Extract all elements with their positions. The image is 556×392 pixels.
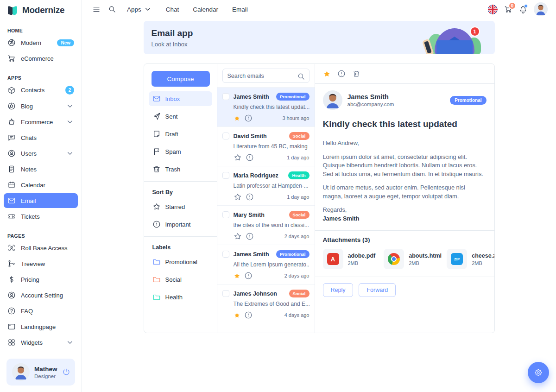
star-icon[interactable] (323, 70, 331, 78)
sidebar-item-faq[interactable]: FAQ (4, 303, 78, 318)
mail-folder-panel: Compose Inbox Sent (144, 64, 217, 333)
folder-draft[interactable]: Draft (149, 126, 212, 141)
language-flag-icon[interactable] (488, 5, 498, 14)
sidebar-item-calendar[interactable]: Calendar (4, 177, 78, 192)
attachment-zip[interactable]: ZIP cheese.zip 2MB (447, 249, 494, 269)
search-icon[interactable] (297, 72, 305, 81)
logout-power-icon[interactable] (62, 368, 70, 376)
mail-list-item[interactable]: David Smith Social Literature from 45 BC… (217, 126, 315, 166)
star-icon[interactable] (234, 312, 240, 319)
star-icon[interactable] (234, 272, 240, 279)
checkbox[interactable] (222, 133, 229, 139)
sender-name: James Smith (234, 251, 272, 258)
search-emails-input[interactable] (222, 69, 310, 83)
checkbox[interactable] (222, 290, 229, 297)
sidebar-item-account-setting[interactable]: Account Setting (4, 288, 78, 303)
star-icon[interactable] (234, 115, 240, 122)
profile-avatar[interactable] (534, 2, 548, 16)
sidebar-item-label: Email (21, 197, 74, 204)
alert-circle-icon[interactable] (337, 70, 346, 78)
app-window-icon (7, 322, 16, 331)
star-icon[interactable] (234, 153, 242, 162)
alert-circle-icon[interactable] (244, 114, 253, 122)
checkbox[interactable] (222, 93, 229, 100)
sidebar-item-contacts[interactable]: Contacts 2 (4, 82, 78, 98)
sidebar-item-modern[interactable]: Modern New (4, 35, 78, 50)
alert-circle-icon[interactable] (246, 153, 254, 162)
attachment-html[interactable]: abouts.html 2MB (384, 249, 438, 269)
alert-circle-icon[interactable] (246, 193, 254, 201)
filter-important[interactable]: Important (149, 217, 212, 232)
mail-list-item[interactable]: Maria Rodriguez Health Latin professor a… (217, 166, 315, 205)
mail-time: 4 days ago (284, 312, 310, 318)
label-promotional[interactable]: Promotional (149, 254, 212, 269)
banner-notification-badge: 1 (470, 26, 480, 37)
nav-email[interactable]: Email (226, 3, 254, 16)
folder-sent[interactable]: Sent (149, 109, 212, 124)
hamburger-menu-icon[interactable] (89, 2, 103, 16)
folder-inbox[interactable]: Inbox (149, 91, 212, 106)
calendar-icon (7, 181, 16, 189)
sidebar-item-chats[interactable]: Chats (4, 130, 78, 145)
detail-toolbar (315, 64, 494, 84)
detail-sender: James Smith abc@company.com Promotional (315, 84, 494, 110)
label-social[interactable]: Social (149, 272, 212, 287)
nav-chat[interactable]: Chat (160, 3, 185, 16)
label-health[interactable]: Health (149, 290, 212, 304)
nav-apps[interactable]: Apps (121, 2, 158, 16)
tree-icon (7, 259, 16, 268)
notifications-button[interactable] (519, 5, 527, 13)
sender-name: James Johnson (234, 291, 285, 297)
divider (144, 181, 217, 182)
mail-body: Hello Andrew, Lorem ipsum dolor sit amet… (315, 131, 494, 223)
attachment-pdf[interactable]: A adobe.pdf 2MB (323, 249, 376, 269)
sidebar-item-ecommerce-app[interactable]: Ecommerce (4, 114, 78, 129)
mail-list-item[interactable]: James Smith Promotional All the Lorem Ip… (217, 245, 315, 284)
sidebar-item-notes[interactable]: Notes (4, 162, 78, 177)
user-avatar[interactable] (12, 363, 30, 381)
star-icon[interactable] (234, 193, 242, 201)
sidebar-item-treeview[interactable]: Treeview (4, 256, 78, 271)
forward-button[interactable]: Forward (359, 283, 396, 297)
attachment-size: 2MB (472, 260, 494, 266)
alert-circle-icon[interactable] (244, 311, 253, 319)
sidebar-item-pricing[interactable]: Pricing (4, 272, 78, 287)
alert-circle-icon[interactable] (244, 272, 253, 280)
sidebar-user-card: Mathew Designer (6, 359, 75, 386)
sidebar-item-ecommerce-home[interactable]: eCommerce (4, 51, 78, 66)
sidebar-item-label: Calendar (21, 182, 74, 189)
divider (144, 236, 217, 237)
sidebar-item-email[interactable]: Email (4, 193, 78, 208)
sidebar-item-blog[interactable]: Blog (4, 99, 78, 114)
settings-fab[interactable] (528, 362, 549, 383)
sidebar-item-widgets[interactable]: Widgets (4, 335, 78, 350)
star-icon (152, 202, 161, 211)
compose-button[interactable]: Compose (152, 71, 210, 87)
notes-icon (7, 165, 16, 173)
nav-calendar[interactable]: Calendar (187, 3, 224, 16)
star-icon[interactable] (234, 232, 242, 240)
ticket-icon (7, 212, 16, 221)
folder-spam[interactable]: Spam (149, 144, 212, 159)
search-icon[interactable] (105, 2, 119, 16)
brand-logo[interactable]: Modernize (0, 0, 82, 19)
attachments-title: Attachments (3) (323, 236, 486, 243)
alert-circle-icon[interactable] (246, 232, 254, 240)
package-icon (7, 86, 16, 95)
reply-button[interactable]: Reply (323, 283, 354, 297)
sidebar-item-users[interactable]: Users (4, 146, 78, 161)
aperture-icon (7, 38, 16, 47)
trash-icon[interactable] (352, 70, 360, 78)
mail-list-item[interactable]: Mary Smith Social the cites of the word … (217, 205, 315, 245)
checkbox[interactable] (222, 172, 229, 179)
sidebar-item-tickets[interactable]: Tickets (4, 209, 78, 224)
checkbox[interactable] (222, 211, 229, 218)
mail-list-item[interactable]: James Smith Promotional Kindly check thi… (217, 87, 315, 126)
sidebar-item-roll-base-access[interactable]: Roll Base Access (4, 240, 78, 255)
mail-list-item[interactable]: James Johnson Social The Extremes of Goo… (217, 284, 315, 323)
checkbox[interactable] (222, 251, 229, 258)
folder-trash[interactable]: Trash (149, 162, 212, 177)
filter-starred[interactable]: Starred (149, 199, 212, 214)
cart-button[interactable]: 0 (504, 5, 512, 13)
sidebar-item-landingpage[interactable]: Landingpage (4, 319, 78, 334)
